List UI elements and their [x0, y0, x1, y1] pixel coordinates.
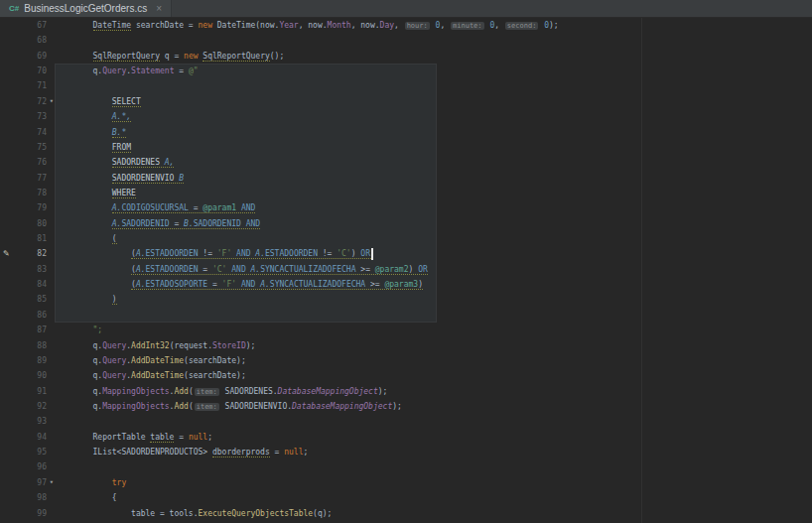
line-number[interactable]: 89: [0, 353, 55, 368]
gutter[interactable]: 78: [0, 186, 55, 200]
code-line[interactable]: 72▾ SELECT: [0, 94, 812, 109]
line-number[interactable]: 83: [0, 262, 55, 277]
line-number[interactable]: 84: [0, 277, 55, 292]
code-line[interactable]: 69 SqlReportQuery q = new SqlReportQuery…: [0, 49, 812, 64]
code-line[interactable]: 81 (: [0, 231, 812, 246]
line-number[interactable]: 95: [0, 445, 55, 459]
line-number[interactable]: 74: [0, 125, 55, 140]
code-line[interactable]: 98 {: [0, 490, 812, 505]
line-number[interactable]: 77: [0, 171, 55, 186]
gutter[interactable]: 97▾: [0, 475, 55, 490]
line-number[interactable]: 68: [0, 33, 55, 48]
gutter[interactable]: 91: [0, 384, 55, 399]
fold-arrow-icon[interactable]: ▾: [50, 94, 54, 109]
code-line[interactable]: 96: [0, 459, 812, 474]
code-line[interactable]: 78 WHERE: [0, 186, 812, 200]
line-number[interactable]: 80: [0, 216, 55, 231]
code-line[interactable]: 91 q.MappingObjects.Add(item: SADORDENES…: [0, 384, 812, 399]
code-line[interactable]: 95 IList<SADORDENPRODUCTOS> dborderprods…: [0, 445, 812, 459]
gutter[interactable]: 69: [0, 49, 55, 64]
code-line[interactable]: 88 q.Query.AddInt32(request.StoreID);: [0, 338, 812, 353]
line-number[interactable]: 85: [0, 292, 55, 307]
code-line[interactable]: 83 (A.ESTADOORDEN = 'C' AND A.SYNCACTUAL…: [0, 262, 812, 277]
line-number[interactable]: 67: [0, 18, 55, 33]
line-number[interactable]: 96: [0, 459, 55, 474]
code-line[interactable]: 67 DateTime searchDate = new DateTime(no…: [0, 18, 812, 33]
gutter[interactable]: 70: [0, 64, 55, 78]
line-number[interactable]: 87: [0, 323, 55, 337]
gutter[interactable]: 85: [0, 292, 55, 307]
line-number[interactable]: 99: [0, 506, 55, 521]
gutter[interactable]: 93: [0, 414, 55, 429]
gutter[interactable]: 98: [0, 490, 55, 505]
line-number[interactable]: 97: [0, 475, 55, 490]
gutter[interactable]: 94: [0, 430, 55, 445]
gutter[interactable]: 84: [0, 277, 55, 292]
gutter[interactable]: 79: [0, 200, 55, 215]
code-line[interactable]: 97▾ try: [0, 475, 812, 490]
line-number[interactable]: 91: [0, 384, 55, 399]
code-line[interactable]: 68: [0, 33, 812, 48]
line-number[interactable]: 98: [0, 490, 55, 505]
code-line[interactable]: 84 (A.ESTADOSOPORTE = 'F' AND A.SYNCACTU…: [0, 277, 812, 292]
code-line[interactable]: 90 q.Query.AddDateTime(searchDate);: [0, 368, 812, 383]
gutter[interactable]: 87: [0, 323, 55, 337]
line-number[interactable]: 73: [0, 109, 55, 124]
code-line[interactable]: 93: [0, 414, 812, 429]
code-line[interactable]: 77 SADORDENENVIO B: [0, 171, 812, 186]
code-line[interactable]: 85 ): [0, 292, 812, 307]
line-number[interactable]: 69: [0, 49, 55, 64]
gutter[interactable]: 77: [0, 171, 55, 186]
gutter[interactable]: 83: [0, 262, 55, 277]
gutter[interactable]: 74: [0, 125, 55, 140]
code-area[interactable]: 67 DateTime searchDate = new DateTime(no…: [0, 18, 812, 521]
tab-close-icon[interactable]: ×: [156, 3, 162, 14]
line-number[interactable]: 70: [0, 64, 55, 78]
code-line[interactable]: 92 q.MappingObjects.Add(item: SADORDENEN…: [0, 399, 812, 414]
gutter[interactable]: 95: [0, 445, 55, 459]
line-number[interactable]: 71: [0, 78, 55, 93]
line-number[interactable]: 79: [0, 200, 55, 215]
code-line[interactable]: 99 table = tools.ExecuteQueryObjectsTabl…: [0, 506, 812, 521]
code-line[interactable]: 80 A.SADORDENID = B.SADORDENID AND: [0, 216, 812, 231]
code-line[interactable]: 75 FROM: [0, 140, 812, 155]
gutter[interactable]: 80: [0, 216, 55, 231]
gutter[interactable]: 75: [0, 140, 55, 155]
line-number[interactable]: 93: [0, 414, 55, 429]
code-line[interactable]: 76 SADORDENES A,: [0, 155, 812, 170]
gutter[interactable]: 67: [0, 18, 55, 33]
editor-tab-businesslogicgetorders[interactable]: C# BusinessLogicGetOrders.cs ×: [0, 0, 172, 17]
gutter[interactable]: 81: [0, 231, 55, 246]
gutter[interactable]: 96: [0, 459, 55, 474]
gutter[interactable]: 89: [0, 353, 55, 368]
gutter[interactable]: 92: [0, 399, 55, 414]
line-number[interactable]: 94: [0, 430, 55, 445]
gutter[interactable]: 82✎: [0, 246, 55, 261]
code-line[interactable]: 82✎ (A.ESTADOORDEN != 'F' AND A.ESTADOOR…: [0, 246, 812, 261]
code-line[interactable]: 87 ";: [0, 323, 812, 337]
code-line[interactable]: 73 A.*,: [0, 109, 812, 124]
line-number[interactable]: 92: [0, 399, 55, 414]
line-number[interactable]: 72: [0, 94, 55, 109]
gutter[interactable]: 86: [0, 308, 55, 323]
line-number[interactable]: 76: [0, 155, 55, 170]
code-line[interactable]: 79 A.CODIGOSUCURSAL = @param1 AND: [0, 200, 812, 215]
gutter[interactable]: 73: [0, 109, 55, 124]
gutter[interactable]: 76: [0, 155, 55, 170]
code-line[interactable]: 70 q.Query.Statement = @": [0, 64, 812, 78]
line-number[interactable]: 88: [0, 338, 55, 353]
line-number[interactable]: 75: [0, 140, 55, 155]
code-editor[interactable]: 67 DateTime searchDate = new DateTime(no…: [0, 18, 812, 523]
code-line[interactable]: 94 ReportTable table = null;: [0, 430, 812, 445]
code-line[interactable]: 86: [0, 308, 812, 323]
code-line[interactable]: 71: [0, 78, 812, 93]
code-line[interactable]: 74 B.*: [0, 125, 812, 140]
code-line[interactable]: 89 q.Query.AddDateTime(searchDate);: [0, 353, 812, 368]
gutter[interactable]: 72▾: [0, 94, 55, 109]
gutter[interactable]: 90: [0, 368, 55, 383]
gutter[interactable]: 71: [0, 78, 55, 93]
line-number[interactable]: 86: [0, 308, 55, 323]
gutter[interactable]: 68: [0, 33, 55, 48]
line-number[interactable]: 78: [0, 186, 55, 200]
gutter[interactable]: 99: [0, 506, 55, 521]
